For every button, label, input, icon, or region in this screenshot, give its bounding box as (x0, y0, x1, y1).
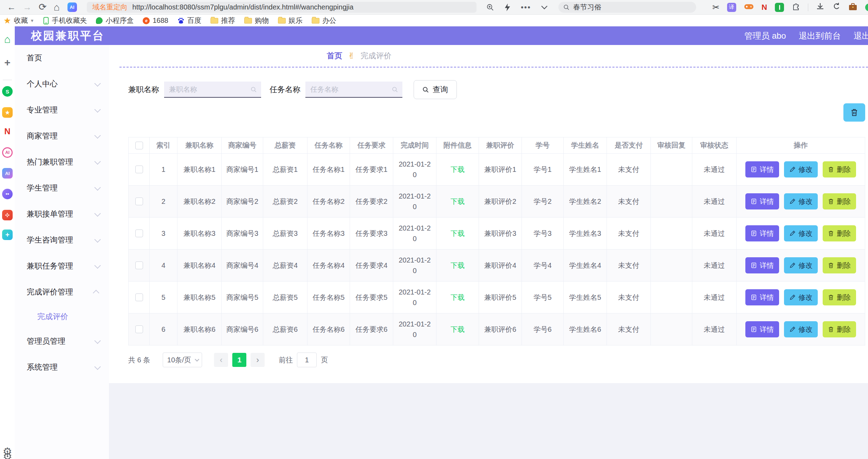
address-bar[interactable]: 域名重定向 http://localhost:8080/ssm7plgu/adm… (87, 2, 477, 13)
logout-link[interactable]: 退出登录 (854, 30, 868, 41)
health-icon[interactable]: + (2, 230, 13, 240)
row-checkbox[interactable] (135, 293, 143, 301)
edit-button[interactable]: 修改 (784, 161, 818, 177)
download-link[interactable]: 下载 (451, 325, 465, 334)
query-button[interactable]: 查询 (414, 80, 457, 99)
browser-search-box[interactable]: 春节习俗 (558, 2, 696, 13)
edit-button[interactable]: 修改 (784, 321, 818, 337)
gamepad-icon[interactable]: ✜ (2, 210, 13, 220)
bookmark-folder-shopping[interactable]: 购物 (244, 16, 269, 25)
graph-n-icon[interactable]: N (4, 127, 10, 136)
download-link[interactable]: 下载 (451, 261, 465, 270)
zoom-icon[interactable] (486, 4, 494, 11)
breadcrumb-home[interactable]: 首页 (327, 51, 342, 61)
miniprogram-icon[interactable]: S (2, 86, 13, 97)
bookmark-1688[interactable]: e 1688 (143, 17, 168, 25)
delete-button[interactable]: 删除 (823, 193, 856, 209)
clipped-extension-icon[interactable] (865, 4, 868, 11)
sidebar-item[interactable]: 学生咨询管理 (15, 227, 109, 253)
sidebar-item[interactable]: 兼职任务管理 (15, 253, 109, 279)
bookmark-phone-folder[interactable]: 手机收藏夹 (43, 16, 87, 25)
reader-icon[interactable] (775, 3, 784, 12)
cell-actions: 详情修改删除 (737, 282, 865, 313)
select-all-checkbox[interactable] (135, 142, 143, 149)
next-page-button[interactable]: › (251, 353, 265, 367)
row-checkbox[interactable] (135, 230, 143, 237)
row-checkbox[interactable] (135, 198, 143, 205)
translate-icon[interactable]: 译 (727, 3, 736, 12)
favorites-star-icon[interactable]: ★ (2, 107, 13, 118)
detail-button[interactable]: 详情 (745, 321, 779, 337)
scissors-icon[interactable]: ✂ (712, 2, 719, 12)
current-page[interactable]: 1 (232, 353, 246, 367)
sidebar-item[interactable]: 管理员管理 (15, 328, 109, 354)
sidebar-item[interactable]: 兼职接单管理 (15, 201, 109, 227)
page-size-select[interactable]: 10条/页 (163, 353, 202, 367)
undo-icon[interactable] (832, 2, 841, 12)
delete-button[interactable]: 删除 (823, 161, 856, 177)
ai-ring-icon[interactable]: AI (2, 147, 13, 158)
detail-button[interactable]: 详情 (745, 161, 779, 177)
download-link[interactable]: 下载 (451, 165, 465, 174)
new-tab-icon[interactable]: + (4, 57, 11, 68)
bookmark-folder-entertainment[interactable]: 娱乐 (278, 16, 303, 25)
sidebar-item[interactable]: 首页 (15, 45, 109, 71)
home-icon[interactable]: ⌂ (4, 34, 11, 45)
network-n-icon[interactable]: N (762, 3, 767, 12)
chevron-down-icon[interactable] (541, 5, 548, 9)
sidebar-item[interactable]: 专业管理 (15, 97, 109, 123)
bookmark-miniprogram[interactable]: 小程序盒 (96, 16, 134, 25)
row-checkbox[interactable] (135, 261, 143, 269)
more-menu-icon[interactable]: ••• (521, 3, 531, 12)
sidebar-item[interactable]: 学生管理 (15, 175, 109, 201)
bookmark-baidu[interactable]: 百度 (177, 16, 201, 25)
row-checkbox[interactable] (135, 325, 143, 333)
delete-button[interactable]: 删除 (823, 289, 856, 305)
edit-button[interactable]: 修改 (784, 257, 818, 273)
edit-button[interactable]: 修改 (784, 225, 818, 241)
robot-icon[interactable]: •• (2, 189, 13, 199)
delete-button[interactable]: 删除 (823, 257, 856, 273)
briefcase-icon[interactable] (848, 2, 857, 12)
ai-square-icon[interactable]: AI (2, 168, 13, 179)
flash-icon[interactable] (504, 4, 511, 11)
job-name-input[interactable] (164, 82, 261, 98)
sidebar-item[interactable]: 系统管理 (15, 354, 109, 380)
goto-page-input[interactable] (297, 353, 317, 367)
download-link[interactable]: 下载 (451, 229, 465, 238)
ai-browser-icon[interactable]: AI (67, 2, 77, 12)
detail-button[interactable]: 详情 (745, 225, 779, 241)
row-checkbox[interactable] (135, 166, 143, 173)
exit-to-front-link[interactable]: 退出到前台 (799, 30, 841, 41)
forward-icon[interactable]: → (23, 3, 32, 12)
delete-button[interactable]: 删除 (823, 225, 856, 241)
sidebar-item[interactable]: 商家管理 (15, 123, 109, 149)
bookmark-folder-office[interactable]: 办公 (312, 16, 336, 25)
gamepad-ext-icon[interactable] (744, 3, 754, 12)
puzzle-extension-icon[interactable] (792, 2, 800, 12)
sidebar-item[interactable]: 热门兼职管理 (15, 149, 109, 175)
detail-button[interactable]: 详情 (745, 257, 779, 273)
downloads-icon[interactable] (816, 2, 824, 12)
browser-home-icon[interactable]: ⌂ (54, 2, 60, 12)
sidebar-subitem[interactable]: 完成评价 (15, 305, 109, 328)
edit-button[interactable]: 修改 (784, 289, 818, 305)
bottom-gear-icon[interactable]: ⚙ (3, 450, 12, 459)
folder-icon (210, 18, 218, 24)
prev-page-button[interactable]: ‹ (214, 353, 228, 367)
download-link[interactable]: 下载 (451, 197, 465, 206)
task-name-input[interactable] (305, 82, 402, 98)
detail-button[interactable]: 详情 (745, 289, 779, 305)
header-user[interactable]: 管理员 abo (744, 30, 786, 41)
bookmark-favorites[interactable]: ★ 收藏 ▼ (4, 16, 34, 26)
bookmark-folder-recommend[interactable]: 推荐 (210, 16, 235, 25)
sidebar-item[interactable]: 个人中心 (15, 71, 109, 97)
batch-delete-button[interactable] (843, 103, 865, 122)
sidebar-item[interactable]: 完成评价管理 (15, 279, 109, 305)
download-link[interactable]: 下载 (451, 293, 465, 302)
refresh-icon[interactable]: ⟳ (39, 2, 47, 12)
edit-button[interactable]: 修改 (784, 193, 818, 209)
detail-button[interactable]: 详情 (745, 193, 779, 209)
back-icon[interactable]: ← (7, 3, 16, 12)
delete-button[interactable]: 删除 (823, 321, 856, 337)
